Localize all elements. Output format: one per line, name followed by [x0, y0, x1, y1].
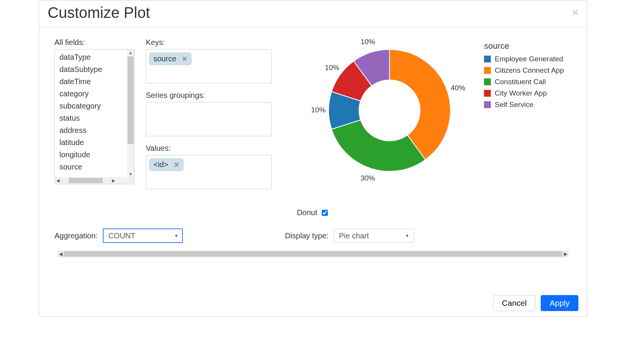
hscroll-thumb[interactable]: [64, 251, 562, 257]
dialog-title: Customize Plot: [48, 2, 150, 23]
scroll-right-icon[interactable]: ▶: [562, 251, 569, 257]
display-type-label: Display type:: [285, 231, 329, 240]
list-item[interactable]: status: [58, 112, 127, 124]
legend-item: Employee Generated: [484, 55, 564, 63]
display-type-select[interactable]: Pie chart: [334, 229, 414, 243]
scroll-left-icon[interactable]: ◀: [55, 178, 61, 183]
scroll-down-icon[interactable]: ▼: [127, 171, 134, 177]
all-fields-listbox[interactable]: dataTypedataSubtypedateTimecategorysubca…: [54, 49, 134, 184]
chip-remove-icon[interactable]: ✕: [182, 55, 187, 63]
legend-swatch: [484, 56, 491, 62]
list-item[interactable]: source: [58, 161, 127, 173]
list-item[interactable]: category: [58, 88, 127, 100]
legend-swatch: [484, 78, 491, 85]
content-horizontal-scrollbar[interactable]: ◀ ▶: [57, 251, 569, 257]
titlebar: Customize Plot ×: [39, 0, 587, 27]
legend-swatch: [484, 67, 491, 74]
legend-swatch: [484, 101, 491, 108]
controls-row: Aggregation: COUNT Display type: Pie cha…: [54, 228, 572, 243]
donut-label: Donut: [297, 208, 317, 217]
dialog-footer: Cancel Apply: [493, 295, 578, 311]
series-label: Series groupings:: [146, 91, 271, 100]
legend-item: City Worker App: [484, 89, 564, 97]
slice-pct-label: 30%: [361, 174, 375, 182]
keys-chip[interactable]: source✕: [149, 53, 192, 65]
keys-dropzone[interactable]: source✕: [146, 49, 271, 83]
list-item[interactable]: longitude: [58, 148, 127, 161]
list-item[interactable]: latitude: [58, 136, 127, 148]
list-item[interactable]: dateTime: [58, 75, 127, 88]
keys-label: Keys:: [146, 38, 271, 47]
dropzones-column: Keys: source✕ Series groupings: Values: …: [146, 38, 271, 197]
all-fields-label: All fields:: [54, 38, 134, 47]
values-dropzone[interactable]: <id>✕: [146, 155, 271, 189]
legend-item: Citizens Connect App: [484, 66, 564, 75]
close-icon[interactable]: ×: [572, 6, 578, 19]
legend-item: Self Service: [484, 101, 564, 109]
donut-chart: 40%30%10%10%10% source Employee Generate…: [298, 38, 572, 190]
legend-label: Employee Generated: [495, 55, 563, 63]
donut-row: Donut: [54, 208, 572, 217]
legend-item: Constituent Call: [484, 78, 564, 86]
aggregation-label: Aggregation:: [54, 231, 97, 240]
list-item[interactable]: dataType: [58, 51, 127, 63]
legend-label: Constituent Call: [495, 78, 546, 86]
scroll-left-icon[interactable]: ◀: [57, 251, 64, 257]
chart-legend: source Employee GeneratedCitizens Connec…: [484, 41, 564, 112]
hscroll-thumb[interactable]: [69, 178, 103, 183]
slice-pct-label: 10%: [325, 64, 339, 72]
values-chip[interactable]: <id>✕: [149, 158, 184, 171]
slice-pct-label: 40%: [451, 84, 465, 92]
customize-plot-dialog: Customize Plot × All fields: dataTypedat…: [39, 0, 587, 317]
legend-label: Self Service: [495, 101, 533, 109]
legend-label: Citizens Connect App: [495, 66, 564, 75]
aggregation-select[interactable]: COUNT: [103, 228, 183, 243]
dialog-content: All fields: dataTypedataSubtypedateTimec…: [39, 27, 587, 261]
donut-checkbox[interactable]: [322, 210, 328, 216]
list-item[interactable]: subcategory: [58, 100, 127, 112]
scroll-up-icon[interactable]: ▲: [127, 49, 134, 56]
fields-horizontal-scrollbar[interactable]: ◀ ▶: [55, 177, 134, 184]
list-item[interactable]: dataSubtype: [58, 63, 127, 75]
legend-title: source: [484, 41, 564, 51]
pie-slice: [332, 120, 425, 171]
series-dropzone[interactable]: [146, 102, 271, 136]
legend-swatch: [484, 90, 491, 97]
scroll-thumb[interactable]: [128, 56, 134, 144]
slice-pct-label: 10%: [361, 38, 375, 46]
scroll-right-icon[interactable]: ▶: [110, 178, 117, 183]
fields-vertical-scrollbar[interactable]: ▲ ▼: [127, 49, 134, 177]
legend-label: City Worker App: [495, 89, 547, 97]
chip-label: source: [153, 54, 176, 63]
cancel-button[interactable]: Cancel: [493, 295, 535, 311]
list-item[interactable]: address: [58, 124, 127, 136]
values-label: Values:: [146, 144, 271, 153]
all-fields-column: All fields: dataTypedataSubtypedateTimec…: [54, 38, 134, 184]
chip-remove-icon[interactable]: ✕: [174, 161, 179, 169]
apply-button[interactable]: Apply: [541, 295, 578, 311]
chart-column: 40%30%10%10%10% source Employee Generate…: [283, 38, 572, 190]
slice-pct-label: 10%: [311, 106, 326, 114]
chip-label: <id>: [153, 160, 168, 169]
